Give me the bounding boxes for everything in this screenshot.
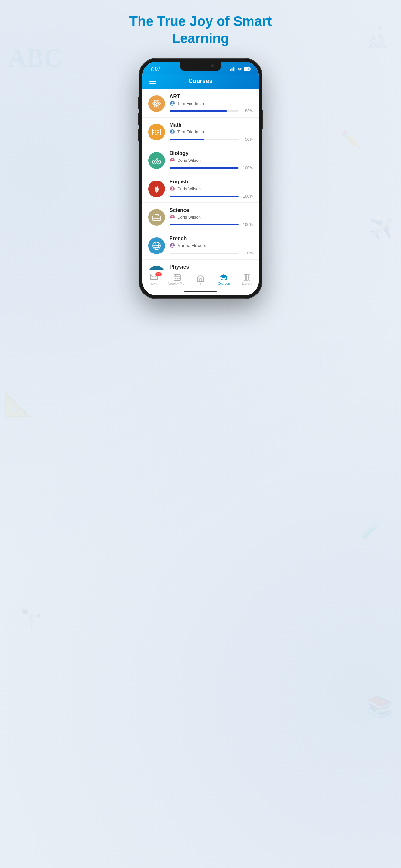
- progress-bar-bg: [169, 167, 239, 168]
- teacher-avatar: [169, 214, 175, 220]
- course-name: ART: [169, 94, 253, 99]
- course-item[interactable]: Biology Doris Wilson 100%: [143, 146, 258, 175]
- course-icon: [148, 124, 165, 141]
- phone-outer: 7:07: [139, 58, 262, 299]
- progress-pct: 100%: [241, 194, 253, 198]
- course-info: English Doris Wilson 100%: [169, 179, 253, 198]
- progress-bar-fill: [169, 196, 239, 197]
- nav-weekly-label: Weekly Plan: [168, 282, 186, 285]
- header-title: Courses: [189, 78, 212, 85]
- svg-rect-2: [233, 67, 234, 71]
- svg-rect-71: [199, 279, 202, 281]
- progress-bar-bg: [169, 111, 239, 112]
- course-icon: [148, 152, 165, 169]
- progress-bar-fill: [169, 224, 239, 225]
- nav-library-label: Library: [242, 282, 252, 285]
- status-time: 7:07: [150, 66, 160, 72]
- progress-bar-bg: [169, 224, 239, 225]
- progress-pct: 50%: [241, 137, 253, 142]
- course-name: English: [169, 179, 253, 185]
- course-info: Physics Martha Flowers 48%: [169, 264, 253, 270]
- course-icon: [148, 266, 165, 270]
- home-bar: [184, 291, 217, 292]
- progress-pct: 100%: [241, 166, 253, 170]
- progress-row: 83%: [169, 109, 253, 113]
- svg-rect-21: [157, 132, 158, 133]
- course-item[interactable]: Science Doris Wilson 100%: [143, 203, 258, 231]
- course-teacher: Martha Flowers: [169, 243, 253, 248]
- course-item[interactable]: Physics Martha Flowers 48%: [143, 259, 258, 270]
- teacher-avatar: [169, 100, 175, 106]
- course-teacher: Doris Wilson: [169, 157, 253, 163]
- svg-rect-5: [250, 68, 251, 70]
- headline-bold: Smart: [234, 13, 272, 29]
- nav-courses[interactable]: Courses: [212, 274, 235, 285]
- front-camera: [211, 64, 214, 67]
- teacher-name: Doris Wilson: [177, 186, 201, 191]
- nav-weekly-plan[interactable]: Weekly Plan: [166, 274, 189, 285]
- nav-courses-label: Courses: [218, 282, 229, 285]
- progress-row: 0%: [169, 251, 253, 255]
- hamburger-menu[interactable]: [149, 79, 156, 84]
- nav-home[interactable]: [189, 275, 212, 285]
- progress-row: 100%: [169, 194, 253, 198]
- course-item[interactable]: Math Tom Friedman 50%: [143, 118, 258, 146]
- bottom-nav: 11 Mail Weekly Plan: [143, 270, 258, 288]
- progress-row: 100%: [169, 166, 253, 170]
- svg-point-12: [172, 102, 174, 104]
- svg-point-24: [172, 130, 174, 132]
- progress-bar-bg: [169, 139, 239, 140]
- svg-rect-68: [175, 278, 176, 279]
- course-item[interactable]: English Doris Wilson 100%: [143, 175, 258, 203]
- svg-rect-73: [246, 275, 248, 280]
- svg-rect-19: [155, 132, 156, 133]
- course-item[interactable]: French Martha Flowers 0%: [143, 231, 258, 259]
- courses-list: ART Tom Friedman 83%: [143, 89, 258, 270]
- mail-badge: 11: [155, 272, 162, 276]
- svg-rect-17: [158, 130, 159, 131]
- svg-rect-35: [156, 218, 158, 219]
- course-icon: [148, 209, 165, 226]
- svg-rect-18: [153, 132, 154, 133]
- teacher-name: Tom Friedman: [177, 129, 204, 134]
- teacher-name: Martha Flowers: [177, 243, 206, 248]
- svg-rect-70: [179, 278, 180, 279]
- svg-rect-15: [155, 130, 156, 131]
- svg-rect-14: [153, 130, 154, 131]
- course-teacher: Doris Wilson: [169, 214, 253, 220]
- progress-pct: 0%: [241, 251, 253, 255]
- course-info: Science Doris Wilson 100%: [169, 207, 253, 227]
- courses-icon: [220, 274, 228, 281]
- course-item[interactable]: ART Tom Friedman 83%: [143, 89, 258, 118]
- nav-library[interactable]: Library: [235, 274, 258, 285]
- teacher-avatar: [169, 186, 175, 191]
- svg-rect-1: [232, 68, 233, 71]
- course-name: Biology: [169, 151, 253, 156]
- nav-mail[interactable]: 11 Mail: [143, 274, 166, 286]
- teacher-name: Doris Wilson: [177, 158, 201, 163]
- course-info: ART Tom Friedman 83%: [169, 94, 253, 113]
- teacher-avatar: [169, 129, 175, 135]
- course-info: Biology Doris Wilson 100%: [169, 151, 253, 170]
- svg-rect-74: [249, 275, 250, 280]
- signal-icon: [230, 67, 235, 71]
- teacher-avatar: [169, 157, 175, 163]
- course-icon: [148, 237, 165, 254]
- progress-bar-bg: [169, 196, 239, 197]
- course-name: Science: [169, 207, 253, 213]
- course-info: French Martha Flowers 0%: [169, 236, 253, 255]
- progress-row: 50%: [169, 137, 253, 142]
- battery-icon: [244, 67, 251, 71]
- teacher-name: Doris Wilson: [177, 215, 201, 220]
- home-indicator: [143, 288, 258, 296]
- home-icon: [197, 275, 204, 282]
- progress-bar-bg: [169, 252, 239, 254]
- svg-rect-3: [235, 67, 236, 71]
- app-header: Courses: [143, 74, 258, 89]
- teacher-avatar: [169, 243, 175, 248]
- svg-rect-0: [230, 69, 231, 71]
- course-teacher: Tom Friedman: [169, 100, 253, 106]
- svg-rect-72: [244, 275, 246, 280]
- course-teacher: Doris Wilson: [169, 186, 253, 191]
- course-name: French: [169, 236, 253, 242]
